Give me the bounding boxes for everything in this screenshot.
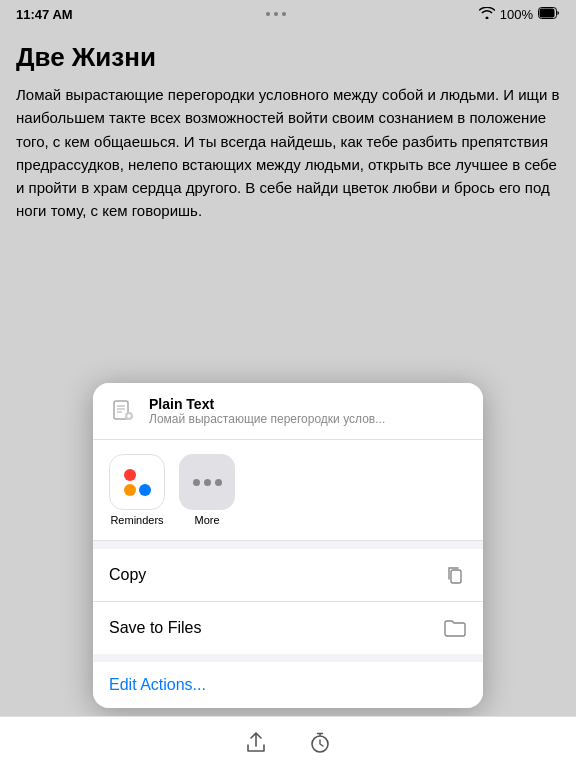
timer-button[interactable] [304,727,336,759]
share-apps-row: Reminders More [93,440,483,541]
reminders-dot-orange [124,484,136,496]
share-app-reminders[interactable]: Reminders [109,454,165,526]
more-dot-2 [204,479,211,486]
reminders-dot-blue [139,484,151,496]
share-gap-1 [93,541,483,549]
more-dot-3 [215,479,222,486]
share-button[interactable] [240,727,272,759]
reminders-dots-grid [114,459,161,506]
share-preview-text: Plain Text Ломай вырастающие перегородки… [149,396,469,426]
copy-label: Copy [109,566,146,584]
plain-text-icon [107,395,139,427]
more-app-icon [179,454,235,510]
bottom-toolbar [0,716,576,768]
share-app-more[interactable]: More [179,454,235,526]
more-label: More [194,514,219,526]
edit-actions-link[interactable]: Edit Actions... [109,676,206,693]
reminders-app-icon [109,454,165,510]
save-to-files-action-row[interactable]: Save to Files [93,601,483,654]
share-sheet: Plain Text Ломай вырастающие перегородки… [93,383,483,768]
more-dots [193,479,222,486]
folder-icon [443,616,467,640]
edit-actions-row[interactable]: Edit Actions... [93,662,483,708]
copy-icon [443,563,467,587]
share-sheet-card: Plain Text Ломай вырастающие перегородки… [93,383,483,708]
reminders-label: Reminders [110,514,163,526]
reminders-dot-empty [139,469,151,481]
svg-rect-7 [451,570,461,583]
copy-action-row[interactable]: Copy [93,549,483,601]
share-gap-2 [93,654,483,662]
more-dot-1 [193,479,200,486]
share-preview: Plain Text Ломай вырастающие перегородки… [93,383,483,440]
reminders-dot-red [124,469,136,481]
share-preview-subtitle: Ломай вырастающие перегородки услов... [149,412,469,426]
share-preview-title: Plain Text [149,396,469,412]
save-to-files-label: Save to Files [109,619,201,637]
